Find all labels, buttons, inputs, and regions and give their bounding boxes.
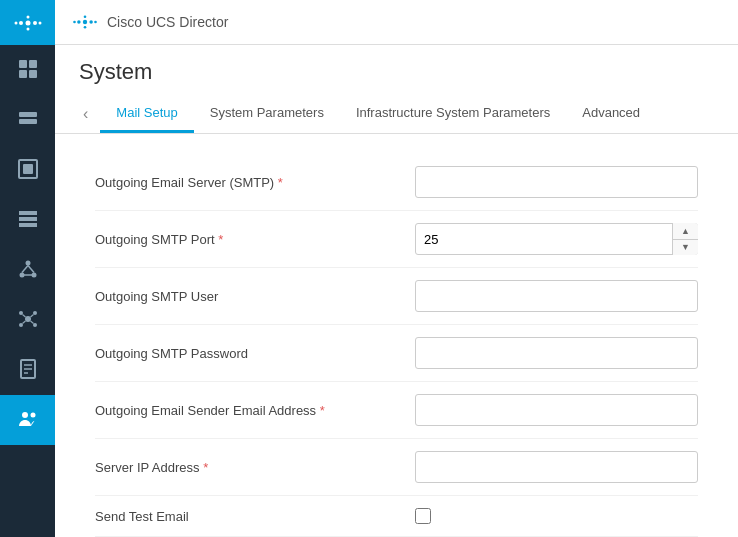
svg-point-1 (19, 21, 23, 25)
container-icon (17, 158, 39, 183)
sidebar-item-users[interactable] (0, 395, 55, 445)
svg-point-30 (33, 323, 37, 327)
label-smtp-server: Outgoing Email Server (SMTP) * (95, 175, 415, 190)
svg-point-3 (14, 21, 17, 24)
field-row-server-ip: Server IP Address * (95, 439, 698, 496)
label-server-ip: Server IP Address * (95, 460, 415, 475)
label-smtp-port: Outgoing SMTP Port * (95, 232, 415, 247)
svg-point-28 (33, 311, 37, 315)
page: System ‹ Mail Setup System Parameters In… (55, 45, 738, 537)
sidebar-item-storage[interactable] (0, 195, 55, 245)
svg-point-26 (25, 316, 31, 322)
field-row-smtp-user: Outgoing SMTP User (95, 268, 698, 325)
required-marker-smtp-port: * (215, 232, 224, 247)
page-title: System (79, 59, 714, 85)
svg-point-5 (26, 15, 29, 18)
svg-rect-16 (23, 164, 33, 174)
svg-line-33 (22, 321, 25, 324)
svg-point-6 (26, 27, 29, 30)
app-name: Cisco UCS Director (107, 14, 228, 30)
spinner-smtp-port: ▲ ▼ (415, 223, 698, 255)
page-header: System (55, 45, 738, 95)
svg-point-44 (73, 21, 76, 24)
svg-rect-8 (29, 60, 37, 68)
cisco-logo-icon (12, 13, 44, 33)
svg-rect-17 (19, 211, 37, 215)
server-icon (17, 108, 39, 133)
field-row-smtp-password: Outgoing SMTP Password (95, 325, 698, 382)
network-icon (17, 258, 39, 283)
svg-point-2 (33, 21, 37, 25)
spinner-buttons: ▲ ▼ (672, 223, 698, 255)
label-smtp-password: Outgoing SMTP Password (95, 346, 415, 361)
input-smtp-user[interactable] (415, 280, 698, 312)
app-logo (0, 0, 55, 45)
required-marker-smtp-server: * (274, 175, 283, 190)
sidebar-item-servers[interactable] (0, 95, 55, 145)
svg-line-32 (30, 314, 33, 317)
checkbox-wrap-test-email (415, 508, 698, 524)
tab-mail-setup[interactable]: Mail Setup (100, 95, 193, 133)
svg-rect-10 (29, 70, 37, 78)
input-smtp-port[interactable] (415, 223, 698, 255)
tab-system-parameters[interactable]: System Parameters (194, 95, 340, 133)
field-row-test-email: Send Test Email (95, 496, 698, 537)
label-smtp-user: Outgoing SMTP User (95, 289, 415, 304)
svg-point-46 (84, 15, 87, 18)
field-row-smtp-port: Outgoing SMTP Port * ▲ ▼ (95, 211, 698, 268)
svg-point-13 (33, 113, 35, 115)
svg-line-24 (28, 265, 34, 272)
sidebar-item-nodes[interactable] (0, 295, 55, 345)
topbar: Cisco UCS Director (55, 0, 738, 45)
sidebar-item-network[interactable] (0, 245, 55, 295)
svg-point-0 (25, 20, 30, 25)
svg-point-27 (19, 311, 23, 315)
dashboard-icon (17, 58, 39, 83)
svg-point-20 (25, 260, 30, 265)
tab-infrastructure-system-parameters[interactable]: Infrastructure System Parameters (340, 95, 566, 133)
svg-line-31 (22, 314, 25, 317)
required-marker-server-ip: * (200, 460, 209, 475)
svg-point-45 (94, 21, 97, 24)
svg-point-29 (19, 323, 23, 327)
checkbox-test-email[interactable] (415, 508, 431, 524)
svg-line-34 (30, 321, 33, 324)
tab-advanced[interactable]: Advanced (566, 95, 656, 133)
sidebar-nav (0, 45, 55, 537)
storage-icon (17, 208, 39, 233)
input-server-ip[interactable] (415, 451, 698, 483)
spinner-down-button[interactable]: ▼ (673, 240, 698, 256)
users-icon (17, 408, 39, 433)
svg-rect-9 (19, 70, 27, 78)
svg-point-41 (83, 20, 87, 24)
topbar-logo-icon (71, 13, 99, 31)
svg-rect-19 (19, 223, 37, 227)
spinner-up-button[interactable]: ▲ (673, 223, 698, 240)
input-sender-email[interactable] (415, 394, 698, 426)
reports-icon (17, 358, 39, 383)
svg-rect-7 (19, 60, 27, 68)
svg-point-47 (84, 26, 87, 29)
svg-line-23 (22, 265, 28, 272)
svg-rect-18 (19, 217, 37, 221)
form-body: Outgoing Email Server (SMTP) * Outgoing … (55, 134, 738, 537)
field-row-smtp-server: Outgoing Email Server (SMTP) * (95, 154, 698, 211)
svg-point-39 (22, 412, 28, 418)
svg-point-43 (89, 20, 93, 24)
sidebar-item-reports[interactable] (0, 345, 55, 395)
label-sender-email: Outgoing Email Sender Email Address * (95, 403, 415, 418)
tabs-back-button[interactable]: ‹ (79, 98, 92, 130)
svg-point-40 (30, 412, 35, 417)
sidebar-item-dashboard[interactable] (0, 45, 55, 95)
required-marker-sender-email: * (316, 403, 325, 418)
sidebar (0, 0, 55, 537)
svg-point-42 (77, 20, 81, 24)
input-smtp-server[interactable] (415, 166, 698, 198)
svg-point-14 (33, 120, 35, 122)
sidebar-item-containers[interactable] (0, 145, 55, 195)
main-content: Cisco UCS Director System ‹ Mail Setup S… (55, 0, 738, 537)
field-row-sender-email: Outgoing Email Sender Email Address * (95, 382, 698, 439)
tabs-bar: ‹ Mail Setup System Parameters Infrastru… (55, 95, 738, 134)
input-smtp-password[interactable] (415, 337, 698, 369)
nodes-icon (17, 308, 39, 333)
